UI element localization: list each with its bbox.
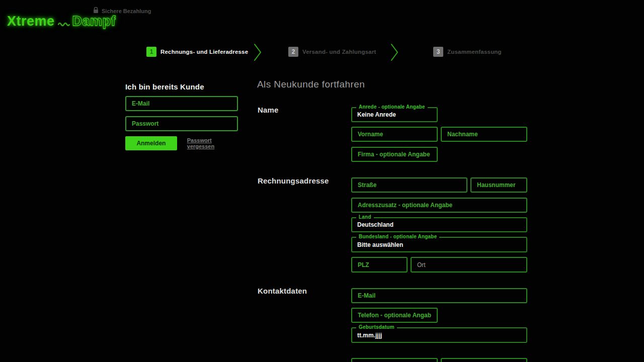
form-field-partial-right[interactable] xyxy=(441,358,527,362)
secure-payment-badge: Sichere Bezahlung xyxy=(93,7,151,15)
step-number-badge: 3 xyxy=(433,47,443,57)
bundesland-value: Bitte auswählen xyxy=(357,241,403,248)
step-label: Versand- und Zahlungsart xyxy=(302,49,376,55)
logo-text-dampf: Dampf xyxy=(72,14,116,29)
login-title: Ich bin bereits Kunde xyxy=(125,82,238,91)
contact-email-input[interactable] xyxy=(351,288,527,303)
land-select[interactable]: Land Deutschland xyxy=(351,217,527,232)
logo-wave-icon xyxy=(58,15,70,31)
geburtsdatum-value: tt.mm.jjjj xyxy=(357,332,382,339)
section-label-billing-address: Rechnungsadresse xyxy=(258,176,329,185)
login-email-input[interactable] xyxy=(125,96,238,111)
login-panel: Ich bin bereits Kunde Anmelden Passwort … xyxy=(125,82,238,150)
stepper-step-shipping[interactable]: 2 Versand- und Zahlungsart xyxy=(288,47,376,57)
firma-input[interactable] xyxy=(351,147,438,162)
stepper-step-billing[interactable]: 1 Rechnungs- und Lieferadresse xyxy=(146,47,248,57)
brand-logo[interactable]: Xtreme Dampf xyxy=(7,12,116,31)
lock-icon xyxy=(93,7,99,15)
telefon-input[interactable] xyxy=(351,308,438,323)
vorname-input[interactable] xyxy=(351,127,438,142)
step-label: Zusammenfassung xyxy=(447,49,502,55)
login-submit-button[interactable]: Anmelden xyxy=(125,136,177,150)
logo-text-xtreme: Xtreme xyxy=(7,14,55,29)
step-number-badge: 1 xyxy=(146,47,156,57)
plz-input[interactable] xyxy=(351,257,408,273)
chevron-right-icon xyxy=(253,42,263,64)
geburtsdatum-input[interactable]: Geburtsdatum tt.mm.jjjj xyxy=(351,327,527,343)
anrede-legend: Anrede - optionale Angabe xyxy=(356,104,428,110)
land-legend: Land xyxy=(356,214,374,220)
nachname-input[interactable] xyxy=(441,127,527,142)
register-fields: Anrede - optionale Angabe Keine Anrede L… xyxy=(351,107,527,362)
stepper-step-summary[interactable]: 3 Zusammenfassung xyxy=(433,47,502,57)
section-label-name: Name xyxy=(258,106,279,114)
chevron-right-icon xyxy=(389,42,399,64)
step-number-badge: 2 xyxy=(288,47,298,57)
ort-input[interactable] xyxy=(411,257,527,273)
strasse-input[interactable] xyxy=(351,177,467,193)
forgot-password-link[interactable]: Passwort vergessen xyxy=(187,137,238,149)
checkout-page: Xtreme Dampf Sichere Bezahlung 1 Rechnun… xyxy=(0,0,644,362)
register-title: Als Neukunde fortfahren xyxy=(257,79,365,90)
bundesland-legend: Bundesland - optionale Angabe xyxy=(356,234,439,239)
hausnummer-input[interactable] xyxy=(470,177,527,193)
bundesland-select[interactable]: Bundesland - optionale Angabe Bitte ausw… xyxy=(351,237,527,252)
anrede-select[interactable]: Anrede - optionale Angabe Keine Anrede xyxy=(351,107,438,122)
login-password-input[interactable] xyxy=(125,116,238,131)
step-label: Rechnungs- und Lieferadresse xyxy=(160,49,248,55)
anrede-value: Keine Anrede xyxy=(357,111,396,118)
adresszusatz-input[interactable] xyxy=(351,198,527,213)
secure-payment-label: Sichere Bezahlung xyxy=(102,8,151,14)
land-value: Deutschland xyxy=(357,221,393,228)
form-field-partial-left[interactable] xyxy=(351,358,438,362)
section-label-contact: Kontaktdaten xyxy=(258,287,307,295)
geburtsdatum-legend: Geburtsdatum xyxy=(356,324,397,330)
